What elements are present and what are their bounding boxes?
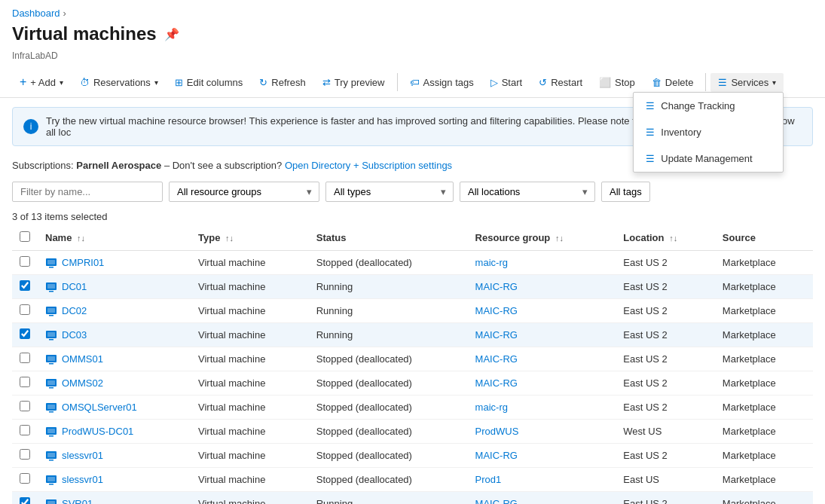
svg-rect-10 bbox=[47, 332, 55, 337]
row-checkbox[interactable] bbox=[20, 280, 30, 291]
edit-columns-button[interactable]: ⊞ Edit columns bbox=[167, 73, 250, 92]
row-checkbox[interactable] bbox=[20, 304, 30, 315]
row-checkbox-cell bbox=[12, 323, 38, 347]
row-checkbox[interactable] bbox=[20, 328, 30, 339]
rg-link[interactable]: MAIC-RG bbox=[475, 377, 518, 389]
vm-name-link[interactable]: DC01 bbox=[45, 281, 183, 293]
row-source-cell: Marketplace bbox=[715, 492, 813, 505]
refresh-button[interactable]: ↻ Refresh bbox=[252, 73, 313, 92]
open-directory-link[interactable]: Open Directory + Subscription settings bbox=[285, 160, 452, 171]
row-checkbox[interactable] bbox=[20, 425, 30, 435]
name-sort-icon[interactable]: ↑↓ bbox=[77, 234, 85, 243]
add-chevron-icon: ▾ bbox=[60, 78, 63, 87]
svg-rect-13 bbox=[47, 356, 55, 361]
row-checkbox[interactable] bbox=[20, 401, 30, 411]
vm-icon bbox=[45, 402, 57, 414]
services-button[interactable]: ☰ Services ▾ bbox=[710, 73, 784, 92]
vm-name-link[interactable]: ProdWUS-DC01 bbox=[45, 426, 183, 438]
row-type-cell: Virtual machine bbox=[191, 275, 309, 299]
row-name-cell: slessvr01 bbox=[38, 468, 191, 492]
pin-icon[interactable]: 📌 bbox=[164, 27, 179, 41]
rg-sort-icon[interactable]: ↑↓ bbox=[555, 234, 564, 243]
rg-link[interactable]: ProdWUS bbox=[475, 426, 519, 437]
vm-name-link[interactable]: OMMS02 bbox=[45, 377, 183, 389]
row-checkbox-cell bbox=[12, 492, 38, 505]
select-all-checkbox[interactable] bbox=[20, 231, 30, 242]
tags-filter-button[interactable]: All tags bbox=[601, 182, 650, 202]
svg-rect-29 bbox=[49, 484, 53, 485]
row-rg-cell: maic-rg bbox=[468, 251, 616, 275]
type-col-header: Type ↑↓ bbox=[191, 225, 309, 251]
services-menu-change-tracking[interactable]: ☰ Change Tracking bbox=[634, 93, 783, 119]
table-container: Name ↑↓ Type ↑↓ Status Resource group ↑↓… bbox=[0, 225, 825, 504]
rg-link[interactable]: MAIC-RG bbox=[475, 450, 518, 461]
start-button[interactable]: ▷ Start bbox=[483, 73, 530, 92]
location-filter[interactable]: All locations bbox=[460, 182, 595, 202]
table-row: DC02 Virtual machine Running MAIC-RG Eas… bbox=[12, 299, 813, 323]
rg-link[interactable]: MAIC-RG bbox=[475, 353, 518, 365]
row-status-cell: Stopped (deallocated) bbox=[309, 251, 468, 275]
row-status-cell: Running bbox=[309, 492, 468, 505]
svg-rect-28 bbox=[47, 477, 55, 481]
vm-name: DC01 bbox=[62, 281, 87, 292]
row-checkbox[interactable] bbox=[20, 497, 30, 504]
vm-name: slessvr01 bbox=[62, 450, 103, 461]
refresh-label: Refresh bbox=[271, 77, 306, 88]
row-checkbox[interactable] bbox=[20, 353, 30, 363]
vm-name-link[interactable]: OMMS01 bbox=[45, 353, 183, 365]
services-menu-update-management[interactable]: ☰ Update Management bbox=[634, 145, 783, 172]
vm-table: Name ↑↓ Type ↑↓ Status Resource group ↑↓… bbox=[12, 225, 813, 504]
vm-name-link[interactable]: CMPRI01 bbox=[45, 257, 183, 269]
vm-name-link[interactable]: OMSQLServer01 bbox=[45, 402, 183, 414]
vm-name: DC03 bbox=[62, 329, 87, 341]
stop-button[interactable]: ⬜ Stop bbox=[591, 73, 643, 92]
row-checkbox[interactable] bbox=[20, 449, 30, 460]
svg-rect-25 bbox=[47, 453, 55, 457]
add-button[interactable]: + + Add ▾ bbox=[12, 72, 71, 93]
rg-link[interactable]: maic-rg bbox=[475, 257, 508, 268]
svg-rect-31 bbox=[47, 501, 55, 505]
add-icon: + bbox=[20, 75, 26, 89]
row-type-cell: Virtual machine bbox=[191, 444, 309, 468]
svg-rect-14 bbox=[49, 363, 53, 365]
row-checkbox[interactable] bbox=[20, 473, 30, 484]
vm-name-link[interactable]: slessvr01 bbox=[45, 474, 183, 486]
delete-label: Delete bbox=[665, 77, 694, 88]
rg-link[interactable]: MAIC-RG bbox=[475, 281, 518, 292]
restart-button[interactable]: ↺ Restart bbox=[531, 73, 590, 92]
svg-rect-2 bbox=[49, 267, 53, 268]
rg-link[interactable]: maic-rg bbox=[475, 402, 508, 413]
table-row: slessvr01 Virtual machine Stopped (deall… bbox=[12, 444, 813, 468]
rg-link[interactable]: MAIC-RG bbox=[475, 305, 518, 316]
stop-icon: ⬜ bbox=[599, 77, 611, 88]
svg-rect-16 bbox=[47, 380, 55, 385]
vm-name-link[interactable]: SVR01 bbox=[45, 498, 183, 505]
vm-name-link[interactable]: DC03 bbox=[45, 329, 183, 341]
row-checkbox[interactable] bbox=[20, 377, 30, 387]
vm-name-link[interactable]: slessvr01 bbox=[45, 450, 183, 462]
row-location-cell: East US 2 bbox=[616, 299, 715, 323]
svg-rect-22 bbox=[47, 429, 55, 433]
rg-link[interactable]: Prod1 bbox=[475, 474, 502, 485]
delete-button[interactable]: 🗑 Delete bbox=[644, 73, 701, 92]
rg-link[interactable]: MAIC-RG bbox=[475, 498, 518, 504]
resource-group-filter[interactable]: All resource groups bbox=[169, 182, 319, 202]
location-sort-icon[interactable]: ↑↓ bbox=[669, 234, 677, 243]
row-source-cell: Marketplace bbox=[715, 468, 813, 492]
row-type-cell: Virtual machine bbox=[191, 420, 309, 444]
vm-name-link[interactable]: DC02 bbox=[45, 305, 183, 317]
breadcrumb-dashboard[interactable]: Dashboard bbox=[12, 8, 60, 19]
vm-name: SVR01 bbox=[62, 498, 93, 504]
row-rg-cell: maic-rg bbox=[468, 396, 616, 420]
vm-name: slessvr01 bbox=[62, 474, 103, 485]
services-menu-inventory[interactable]: ☰ Inventory bbox=[634, 119, 783, 145]
name-filter-input[interactable] bbox=[12, 182, 163, 202]
type-sort-icon[interactable]: ↑↓ bbox=[225, 234, 234, 243]
reservations-button[interactable]: ⏱ Reservations ▾ bbox=[72, 73, 166, 92]
rg-link[interactable]: MAIC-RG bbox=[475, 329, 518, 341]
type-filter[interactable]: All types bbox=[325, 182, 454, 202]
row-name-cell: DC03 bbox=[38, 323, 191, 347]
row-checkbox[interactable] bbox=[20, 256, 30, 267]
try-preview-button[interactable]: ⇄ Try preview bbox=[315, 73, 393, 92]
assign-tags-button[interactable]: 🏷 Assign tags bbox=[402, 73, 481, 92]
